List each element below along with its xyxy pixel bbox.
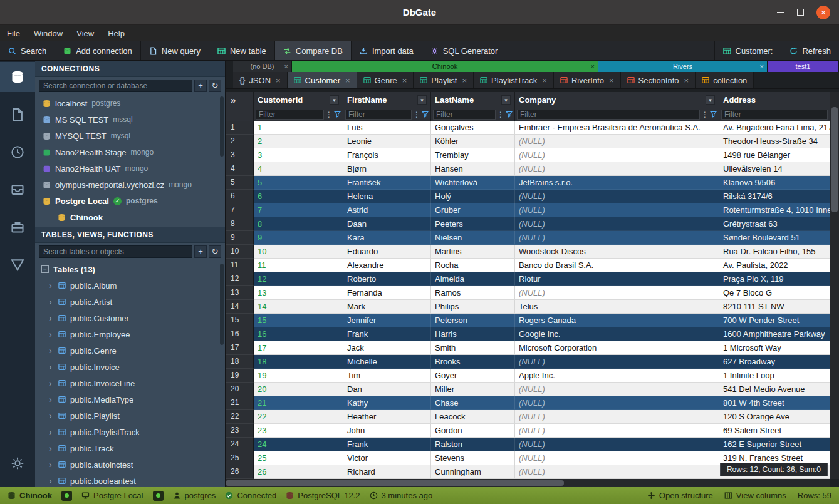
table-row[interactable]: 2222HeatherLeacock(NULL)120 S Orange Ave [226, 410, 830, 424]
cell-firstname[interactable]: Dan [343, 383, 431, 396]
cell-address[interactable]: 162 E Superior Street [719, 438, 830, 451]
toolbar-button-add-connection[interactable]: Add connection [55, 41, 141, 60]
cell-firstname[interactable]: Luís [343, 121, 431, 135]
cell-firstname[interactable]: Heather [343, 410, 431, 424]
cell-firstname[interactable]: Michelle [343, 355, 431, 369]
sidebar-filter-icon[interactable] [0, 250, 35, 280]
table-item-public-track[interactable]: ›public.Track [35, 440, 225, 456]
cell-company[interactable]: Banco do Brasil S.A. [515, 259, 719, 272]
cell-lastname[interactable]: Gonçalves [431, 121, 515, 135]
tab-riverinfo[interactable]: RiverInfo× [554, 72, 621, 88]
column-header-firstname[interactable]: FirstName▾ [343, 92, 431, 108]
connection-item-postgre-local[interactable]: Postgre Local✓postgres [35, 193, 225, 209]
chevron-right-icon[interactable]: › [49, 443, 54, 453]
sidebar-plugins-icon[interactable] [0, 212, 35, 242]
status-view-columns[interactable]: View columns [724, 491, 786, 500]
cell-lastname[interactable]: Holý [431, 190, 515, 203]
cell-address[interactable]: Ullevålsveien 14 [719, 162, 830, 176]
tab-playlisttrack[interactable]: PlaylistTrack× [474, 72, 554, 88]
add-connection-icon[interactable]: + [194, 80, 207, 92]
sidebar-file-icon[interactable] [0, 100, 35, 130]
cell-lastname[interactable]: Philips [431, 300, 515, 314]
cell-firstname[interactable]: Astrid [343, 203, 431, 217]
table-row[interactable]: 11LuísGonçalvesEmbraer - Empresa Brasile… [226, 121, 830, 135]
cell-company[interactable]: (NULL) [515, 190, 719, 203]
table-row[interactable]: 1414MarkPhilipsTelus8210 111 ST NW [226, 300, 830, 314]
close-icon[interactable]: × [816, 6, 830, 19]
row-number[interactable]: 26 [226, 465, 254, 479]
cell-address[interactable]: 1 Microsoft Way [719, 341, 830, 355]
cell-address[interactable]: 801 W 4th Street [719, 396, 830, 410]
cell-firstname[interactable]: Daan [343, 217, 431, 231]
filter-menu-icon[interactable]: ⋮ [701, 110, 709, 119]
table-item-public-mediatype[interactable]: ›public.MediaType [35, 391, 225, 408]
cell-lastname[interactable]: Hansen [431, 162, 515, 176]
cell-lastname[interactable]: Goyer [431, 369, 515, 383]
table-row[interactable]: 33FrançoisTremblay(NULL)1498 rue Bélange… [226, 148, 830, 162]
row-number[interactable]: 24 [226, 438, 254, 451]
cell-lastname[interactable]: Ramos [431, 286, 515, 300]
cell-address[interactable]: Rilská 3174/6 [719, 190, 830, 203]
cell-address[interactable]: Sønder Boulevard 51 [719, 231, 830, 245]
cell-firstname[interactable]: Frank [343, 327, 431, 341]
table-row[interactable]: 1616FrankHarrisGoogle Inc.1600 Amphithea… [226, 327, 830, 341]
filter-menu-icon[interactable]: ⋮ [497, 110, 504, 119]
table-item-public-employee[interactable]: ›public.Employee [35, 326, 225, 342]
filter-input-company[interactable] [517, 110, 700, 120]
table-row[interactable]: 1010EduardoMartinsWoodstock DiscosRua Dr… [226, 245, 830, 259]
funnel-icon[interactable] [422, 111, 429, 118]
funnel-icon[interactable] [506, 111, 513, 118]
row-number[interactable]: 19 [226, 369, 254, 383]
cell-address[interactable]: 700 W Pender Street [719, 314, 830, 327]
cell-address[interactable]: Klanova 9/506 [719, 176, 830, 190]
cell-customerid[interactable]: 1 [254, 121, 343, 135]
cell-company[interactable]: Microsoft Corporation [515, 341, 719, 355]
table-row[interactable]: 2121KathyChase(NULL)801 W 4th Street [226, 396, 830, 410]
close-group-icon[interactable]: × [284, 63, 288, 70]
vertical-scrollbar[interactable] [830, 92, 839, 479]
table-row[interactable]: 1111AlexandreRochaBanco do Brasil S.A.Av… [226, 259, 830, 272]
chevron-right-icon[interactable]: › [49, 280, 54, 291]
tab-json[interactable]: {}JSON× [233, 72, 288, 88]
cell-customerid[interactable]: 7 [254, 203, 343, 217]
filter-menu-icon[interactable]: ⋮ [413, 110, 420, 119]
filter-menu-icon[interactable]: ⋮ [325, 110, 333, 119]
collapse-icon[interactable]: − [41, 265, 49, 273]
cell-customerid[interactable]: 25 [254, 451, 343, 465]
cell-customerid[interactable]: 12 [254, 272, 343, 286]
cell-customerid[interactable]: 9 [254, 231, 343, 245]
table-row[interactable]: 77AstridGruber(NULL)Rotenturmstraße 4, 1… [226, 203, 830, 217]
cell-customerid[interactable]: 4 [254, 162, 343, 176]
tab-group-no-db[interactable]: (no DB)× [233, 61, 292, 72]
cell-company[interactable]: Rogers Canada [515, 314, 719, 327]
cell-address[interactable]: Av. Brigadeiro Faria Lima, 2170 [719, 121, 830, 135]
cell-address[interactable]: Grétrystraat 63 [719, 217, 830, 231]
cell-lastname[interactable]: Almeida [431, 272, 515, 286]
cell-firstname[interactable]: Victor [343, 451, 431, 465]
column-header-company[interactable]: Company▾ [515, 92, 719, 108]
cell-company[interactable]: (NULL) [515, 135, 719, 148]
cell-lastname[interactable]: Miller [431, 383, 515, 396]
add-table-icon[interactable]: + [194, 245, 207, 258]
refresh-connections-icon[interactable]: ↻ [209, 80, 221, 92]
cell-address[interactable]: 541 Del Medio Avenue [719, 383, 830, 396]
tab-customer[interactable]: Customer× [288, 72, 357, 88]
cell-lastname[interactable]: Stevens [431, 451, 515, 465]
minimize-icon[interactable] [777, 12, 784, 13]
cell-address[interactable]: Av. Paulista, 2022 [719, 259, 830, 272]
column-menu-icon[interactable]: ▾ [417, 95, 427, 105]
cell-customerid[interactable]: 8 [254, 217, 343, 231]
cell-customerid[interactable]: 6 [254, 190, 343, 203]
cell-company[interactable]: (NULL) [515, 203, 719, 217]
close-tab-icon[interactable]: × [684, 76, 689, 85]
row-number[interactable]: 11 [226, 259, 254, 272]
tab-group-chinook[interactable]: Chinook× [292, 61, 598, 72]
cell-company[interactable]: Google Inc. [515, 327, 719, 341]
cell-firstname[interactable]: Fernanda [343, 286, 431, 300]
table-row[interactable]: 1818MichelleBrooks(NULL)627 Broadway [226, 355, 830, 369]
toolbar-button-customer[interactable]: Customer: [714, 41, 781, 60]
cell-company[interactable]: (NULL) [515, 383, 719, 396]
cell-address[interactable]: 69 Salem Street [719, 424, 830, 438]
cell-address[interactable]: 627 Broadway [719, 355, 830, 369]
cell-address[interactable]: 1600 Amphitheatre Parkway [719, 327, 830, 341]
